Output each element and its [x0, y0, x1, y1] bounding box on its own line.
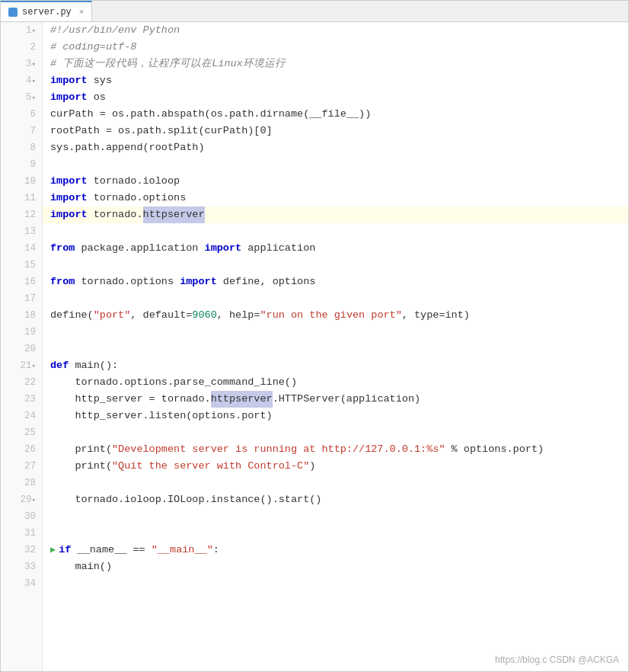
editor-window: server.py × 1▾ 2 3▾ 4▾ 5▾ 6 7 8 9 10 11 …	[0, 0, 629, 672]
editor-container: 1▾ 2 3▾ 4▾ 5▾ 6 7 8 9 10 11 12 13 14 15 …	[1, 22, 628, 671]
code-line-20	[43, 341, 628, 357]
line-num-11: 11	[1, 190, 42, 206]
code-line-14: from package.application import applicat…	[43, 240, 628, 257]
line-num-26: 26	[1, 441, 42, 458]
python-file-icon	[8, 8, 18, 17]
tab-close-button[interactable]: ×	[79, 8, 85, 17]
line-num-32: 32	[1, 542, 42, 558]
fold-icon-1[interactable]: ▾	[32, 27, 36, 35]
code-line-3: # 下面这一段代码，让程序可以在Linux环境运行	[43, 56, 628, 72]
code-area: 1▾ 2 3▾ 4▾ 5▾ 6 7 8 9 10 11 12 13 14 15 …	[1, 22, 628, 671]
line-num-9: 9	[1, 156, 42, 173]
fold-icon-4[interactable]: ▾	[32, 77, 36, 85]
code-text-1: #!/usr/bin/env Python	[50, 22, 180, 39]
line-num-7: 7	[1, 123, 42, 139]
line-num-25: 25	[1, 424, 42, 441]
code-line-16: from tornado.options import define, opti…	[43, 274, 628, 290]
code-line-17	[43, 290, 628, 307]
line-num-23: 23	[1, 391, 42, 408]
code-lines: #!/usr/bin/env Python # coding=utf-8 # 下…	[43, 22, 628, 671]
code-text-2: # coding=utf-8	[50, 39, 136, 56]
code-kw-5: import	[50, 89, 88, 106]
code-text-3: # 下面这一段代码，让程序可以在Linux环境运行	[50, 56, 286, 72]
line-num-33: 33	[1, 558, 42, 575]
code-line-15	[43, 257, 628, 274]
line-num-12: 12	[1, 206, 42, 223]
code-line-1: #!/usr/bin/env Python	[43, 22, 628, 39]
line-num-19: 19	[1, 324, 42, 341]
tab-bar: server.py ×	[1, 1, 628, 22]
code-kw-4: import	[50, 72, 88, 89]
line-num-30: 30	[1, 508, 42, 525]
line-num-18: 18	[1, 307, 42, 324]
code-line-34	[43, 575, 628, 592]
code-line-12: import tornado.httpserver	[43, 206, 628, 223]
code-line-19	[43, 324, 628, 341]
line-num-20: 20	[1, 341, 42, 357]
fold-icon-29[interactable]: ▾	[32, 496, 36, 504]
code-line-21: def main():	[43, 357, 628, 374]
line-num-1: 1▾	[1, 22, 42, 39]
line-num-5: 5▾	[1, 89, 42, 106]
line-num-6: 6	[1, 106, 42, 123]
tab-server-py[interactable]: server.py ×	[1, 1, 92, 21]
line-num-24: 24	[1, 408, 42, 424]
code-line-27: print("Quit the server with Control-C")	[43, 458, 628, 475]
line-num-15: 15	[1, 257, 42, 274]
code-line-7: rootPath = os.path.split(curPath)[0]	[43, 123, 628, 139]
code-line-25	[43, 424, 628, 441]
line-num-3: 3▾	[1, 56, 42, 72]
code-line-8: sys.path.append(rootPath)	[43, 139, 628, 156]
code-line-22: tornado.options.parse_command_line()	[43, 374, 628, 391]
watermark: https://blog.c CSDN @ACKGA	[495, 654, 619, 665]
line-num-17: 17	[1, 290, 42, 307]
line-numbers: 1▾ 2 3▾ 4▾ 5▾ 6 7 8 9 10 11 12 13 14 15 …	[1, 22, 43, 671]
code-line-10: import tornado.ioloop	[43, 173, 628, 190]
line-num-27: 27	[1, 458, 42, 475]
line-num-2: 2	[1, 39, 42, 56]
code-line-24: http_server.listen(options.port)	[43, 408, 628, 424]
line-num-14: 14	[1, 240, 42, 257]
line-num-10: 10	[1, 173, 42, 190]
line-num-21: 21▾	[1, 357, 42, 374]
fold-icon-5[interactable]: ▾	[32, 94, 36, 102]
code-line-4: import sys	[43, 72, 628, 89]
fold-icon-21[interactable]: ▾	[32, 362, 36, 370]
fold-icon-3[interactable]: ▾	[32, 60, 36, 69]
code-line-28	[43, 475, 628, 491]
code-line-11: import tornado.options	[43, 190, 628, 206]
line-num-13: 13	[1, 223, 42, 240]
line-num-28: 28	[1, 475, 42, 491]
code-line-9	[43, 156, 628, 173]
line-num-31: 31	[1, 525, 42, 542]
code-line-33: main()	[43, 558, 628, 575]
code-line-18: define("port", default=9060, help="run o…	[43, 307, 628, 324]
tab-label: server.py	[22, 7, 72, 18]
line-num-22: 22	[1, 374, 42, 391]
code-line-2: # coding=utf-8	[43, 39, 628, 56]
line-num-8: 8	[1, 139, 42, 156]
line-num-29: 29▾	[1, 491, 42, 508]
line-num-34: 34	[1, 575, 42, 592]
line-num-4: 4▾	[1, 72, 42, 89]
code-line-13	[43, 223, 628, 240]
code-line-30	[43, 508, 628, 525]
code-line-26: print("Development server is running at …	[43, 441, 628, 458]
code-line-23: http_server = tornado.httpserver.HTTPSer…	[43, 391, 628, 408]
run-icon: ▶	[50, 542, 56, 558]
code-line-6: curPath = os.path.abspath(os.path.dirnam…	[43, 106, 628, 123]
code-line-29: tornado.ioloop.IOLoop.instance().start()	[43, 491, 628, 508]
code-line-31	[43, 525, 628, 542]
code-line-5: import os	[43, 89, 628, 106]
line-num-16: 16	[1, 274, 42, 290]
code-line-32: ▶if __name__ == "__main__":	[43, 542, 628, 558]
